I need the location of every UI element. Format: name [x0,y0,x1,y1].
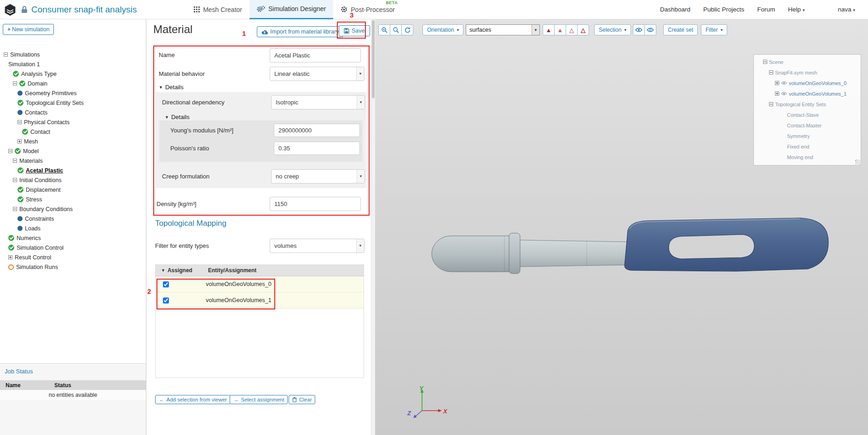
tree-item-acetal-plastic[interactable]: Acetal Plastic [0,166,145,175]
tree-item-simulation-control[interactable]: Simulation Control [0,243,145,252]
collapse-icon[interactable] [13,207,17,211]
nav-link-forum[interactable]: Forum [757,6,775,13]
scene-tree-item-volumeongeovolumes-1[interactable]: volumeOnGeoVolumes_1 [754,88,861,99]
tree-item-boundary-conditions[interactable]: Boundary Conditions [0,204,145,214]
scene-tree-item-contact-master[interactable]: Contact-Master [754,120,861,131]
collapse-icon[interactable] [763,60,767,64]
collapse-icon[interactable] [17,120,22,124]
tree-item-stress[interactable]: Stress [0,195,145,204]
panel-scrollbar[interactable] [371,19,375,435]
add-selection-from-viewer-button[interactable]: ←Add selection from viewer [155,395,231,404]
scene-tree-item-scene[interactable]: Scene [754,57,861,67]
scene-tree-item-contact-slave[interactable]: Contact-Slave [754,109,861,120]
snap-fit-model[interactable] [414,207,851,299]
user-menu[interactable]: nava ▾ [838,6,855,13]
model-shaft[interactable] [519,240,631,267]
nav-link-dashboard[interactable]: Dashboard [660,6,690,13]
tree-item-model[interactable]: Model [0,146,145,156]
triangle-solid-icon-button[interactable]: ▲ [543,24,555,35]
assigned-checkbox[interactable] [163,298,169,303]
expand-icon[interactable] [775,92,779,96]
tree-item-domain[interactable]: Domain [0,79,145,88]
collapse-icon[interactable] [769,102,773,106]
collapse-icon[interactable] [8,149,12,153]
surfaces-select[interactable]: surfaces▼ [466,24,540,35]
scene-tree-item-moving-end[interactable]: Moving end [754,152,861,162]
selection-dropdown[interactable]: Selection▾ [594,24,631,35]
eye-icon[interactable] [781,81,787,85]
density-input[interactable] [270,197,361,211]
help-menu[interactable]: Help ▾ [788,6,804,13]
tree-item-simulation-1[interactable]: Simulation 1 [0,59,145,69]
tree-item-contact[interactable]: Contact [0,127,145,137]
sort-caret-icon[interactable]: ▼ [161,268,165,273]
tree-item-materials[interactable]: Materials [0,156,145,166]
viewer-3d[interactable]: Orientation▾ surfaces▼ ▲ ▲ △ △ Selection… [375,19,868,435]
details-section-header[interactable]: ▼ Details [159,84,184,91]
tree-item-simulation-runs[interactable]: Simulation Runs [0,262,145,272]
tab-post-processor[interactable]: BETA Post-Processor [333,0,402,19]
tree-item-simulations[interactable]: Simulations [0,50,145,59]
youngs-modulus-input[interactable] [274,124,360,137]
tree-item-constraints[interactable]: Constraints [0,214,145,223]
select-assignment-button[interactable]: →Select assignment [230,395,288,404]
scene-tree-item-symmetry[interactable]: Symmetry [754,131,861,141]
scene-tree-item-volumeongeovolumes-0[interactable]: volumeOnGeoVolumes_0 [754,78,861,88]
expand-icon[interactable] [775,81,779,85]
assigned-checkbox[interactable] [163,281,169,287]
create-set-button[interactable]: Create set [663,24,698,35]
eye-icon[interactable] [781,92,787,96]
collapse-icon[interactable] [13,159,17,163]
save-button[interactable]: Save [339,25,370,36]
material-behavior-select[interactable]: Linear elastic▼ [270,67,365,81]
inner-details-section-header[interactable]: ▼ Details [165,114,190,120]
new-simulation-button[interactable]: +New simulation [3,24,54,35]
collapse-icon[interactable] [4,52,8,57]
collapse-icon[interactable] [13,81,17,86]
collapse-icon[interactable] [769,70,773,74]
scene-tree-item-topological-entity-sets[interactable]: Topological Entity Sets [754,99,861,109]
refresh-view-button[interactable] [401,24,413,35]
tree-item-result-control[interactable]: Result Control [0,252,145,262]
tree-item-physical-contacts[interactable]: Physical Contacts [0,117,145,127]
tree-item-topological-entity-sets[interactable]: Topological Entity Sets [0,98,145,108]
tree-item-geometry-primitives[interactable]: Geometry Primitives [0,88,145,98]
tree-item-displacement[interactable]: Displacement [0,185,145,195]
triangle-outline-icon-button[interactable]: △ [566,24,578,35]
material-name-input[interactable] [270,48,361,63]
poissons-ratio-input[interactable] [274,142,360,155]
scene-tree-item-fixed-end[interactable]: Fixed end [754,141,861,152]
entity-filter-select[interactable]: volumes▼ [270,239,365,253]
expand-icon[interactable] [17,139,22,143]
tab-simulation-designer[interactable]: Simulation Designer [249,0,333,19]
import-material-library-button[interactable]: Import from material library [257,26,343,37]
tree-item-mesh[interactable]: Mesh [0,137,145,146]
clear-button[interactable]: Clear [289,395,315,404]
zoom-window-button[interactable] [378,24,390,35]
model-clip[interactable] [625,218,828,271]
nav-link-public-projects[interactable]: Public Projects [703,6,744,13]
expand-icon[interactable] [8,255,12,259]
tree-item-initial-conditions[interactable]: Initial Conditions [0,175,145,185]
scene-tree-item-label: SnapFit-sym mesh [775,70,817,75]
tab-mesh-creator[interactable]: Mesh Creator [186,0,249,19]
directional-dependency-select[interactable]: Isotropic▼ [271,95,365,109]
filter-dropdown[interactable]: Filter▾ [701,24,727,35]
scrollbar-thumb[interactable] [372,20,375,98]
creep-formulation-select[interactable]: no creep▼ [271,169,365,183]
model-grip[interactable] [432,236,512,272]
show-selected-button[interactable] [633,24,645,35]
triangle-outline-bold-icon-button[interactable]: △ [577,24,589,35]
zoom-fit-button[interactable] [390,24,402,35]
orientation-dropdown[interactable]: Orientation▾ [422,24,463,35]
tree-item-analysis-type[interactable]: Analysis Type [0,69,145,79]
hide-selected-button[interactable] [644,24,656,35]
scene-tree-item-snapfit-sym-mesh[interactable]: SnapFit-sym mesh [754,67,861,78]
resize-handle[interactable] [855,160,860,165]
tree-item-loads[interactable]: Loads [0,223,145,233]
model-flange[interactable] [509,233,520,274]
tree-item-numerics[interactable]: Numerics [0,233,145,243]
collapse-icon[interactable] [13,178,17,182]
triangle-solid-light-icon-button[interactable]: ▲ [554,24,566,35]
tree-item-contacts[interactable]: Contacts [0,108,145,117]
